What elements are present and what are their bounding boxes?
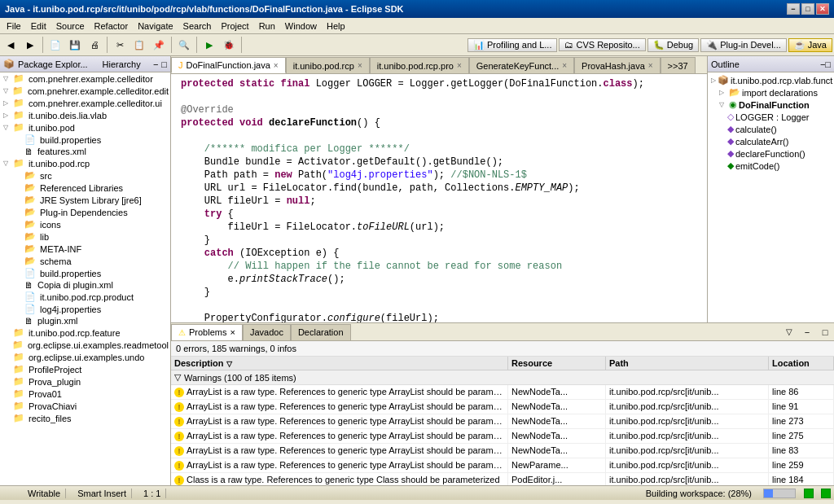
debug-run-button[interactable]: 🐞	[220, 36, 238, 54]
run-button[interactable]: ▶	[200, 36, 218, 54]
save-button[interactable]: 💾	[66, 36, 84, 54]
outline-item[interactable]: ◆ calculateArr()	[709, 135, 832, 147]
debug-button[interactable]: 🐛 Debug	[647, 38, 699, 52]
tab-declaration[interactable]: Declaration	[291, 324, 351, 340]
close-tab-icon[interactable]: ×	[358, 61, 362, 70]
code-editor[interactable]: protected static final Logger LOGGER = L…	[171, 74, 707, 322]
menu-run[interactable]: Run	[254, 20, 280, 33]
expand-arrow[interactable]: ▷	[3, 99, 11, 107]
tree-item[interactable]: ▽📁com.pnehrer.example.celleditor	[0, 72, 170, 85]
copy-button[interactable]: 📋	[130, 36, 148, 54]
expand-arrow[interactable]: ▷	[719, 89, 727, 96]
tab-problems[interactable]: ⚠ Problems ×	[171, 324, 243, 340]
tab-dofinalfunction[interactable]: J DoFinalFunction.java ×	[171, 57, 286, 73]
problem-row[interactable]: !ArrayList is a raw type. References to …	[171, 429, 834, 444]
expand-arrow[interactable]: ▽	[719, 101, 727, 108]
menu-refactor[interactable]: Refactor	[90, 20, 134, 33]
tab-itunibo-pro[interactable]: it.unibo.pod.rcp.pro ×	[370, 57, 469, 73]
outline-item[interactable]: ◆ declareFunction()	[709, 147, 832, 160]
tab-provahash[interactable]: ProvaHash.java ×	[574, 57, 661, 73]
back-button[interactable]: ◀	[2, 36, 20, 54]
col-description[interactable]: Description ▽	[171, 357, 508, 370]
col-path[interactable]: Path	[606, 357, 769, 370]
tree-item[interactable]: 📁it.unibo.pod.rcp.feature	[0, 327, 170, 339]
expand-arrow[interactable]: ▽	[3, 124, 11, 131]
tab-generatekey[interactable]: GenerateKeyFunct... ×	[469, 57, 574, 73]
paste-button[interactable]: 📌	[150, 36, 168, 54]
col-resource[interactable]: Resource	[508, 357, 606, 370]
tab-overflow[interactable]: >>37	[661, 57, 696, 73]
problem-row[interactable]: !ArrayList is a raw type. References to …	[171, 385, 834, 400]
close-tab-icon[interactable]: ×	[274, 61, 279, 70]
tree-item[interactable]: 📂Referenced Libraries	[0, 182, 170, 194]
outline-item[interactable]: ▷ 📦 it.unibo.pod.rcp.vlab.funct	[709, 74, 832, 86]
expand-arrow[interactable]: ▷	[3, 112, 11, 119]
tree-item[interactable]: 📂JRE System Library [jre6]	[0, 194, 170, 206]
menu-source[interactable]: Source	[51, 20, 90, 33]
search-button[interactable]: 🔍	[175, 36, 193, 54]
problem-row[interactable]: !ArrayList is a raw type. References to …	[171, 458, 834, 473]
tree-item[interactable]: 🗎Copia di plugin.xml	[0, 279, 170, 291]
tree-item[interactable]: ▽📁com.pnehrer.example.celleditor.edit	[0, 85, 170, 97]
tree-item[interactable]: 📁recito_files	[0, 412, 170, 424]
package-explorer-content[interactable]: ▽📁com.pnehrer.example.celleditor▽📁com.pn…	[0, 72, 170, 485]
new-button[interactable]: 📄	[46, 36, 64, 54]
tree-item[interactable]: ▽📁it.unibo.pod	[0, 121, 170, 134]
tree-item[interactable]: 📄build.properties	[0, 267, 170, 279]
tree-item[interactable]: ▷📁com.pnehrer.example.celleditor.ui	[0, 97, 170, 109]
problems-content[interactable]: 0 errors, 185 warnings, 0 infos Descript…	[171, 341, 834, 485]
tree-item[interactable]: 📂icons	[0, 218, 170, 230]
problem-row[interactable]: !ArrayList is a raw type. References to …	[171, 400, 834, 414]
outline-item[interactable]: ◆ emitCode()	[709, 160, 832, 172]
close-tab-icon[interactable]: ×	[648, 61, 653, 70]
expand-warnings-icon[interactable]: ▽	[174, 372, 181, 383]
close-button[interactable]: ✕	[816, 3, 829, 15]
hierarchy-tab[interactable]: Hierarchy	[103, 59, 141, 69]
tree-item[interactable]: 🗎features.xml	[0, 146, 170, 157]
close-tab-icon[interactable]: ×	[230, 327, 235, 337]
close-tab-icon[interactable]: ×	[562, 61, 567, 70]
tree-item[interactable]: 📂Plug-in Dependencies	[0, 206, 170, 218]
left-panel-maximize[interactable]: □	[161, 59, 167, 69]
tree-item[interactable]: 📂lib	[0, 230, 170, 243]
problems-menu-button[interactable]: ▽	[780, 323, 798, 341]
tree-item[interactable]: 📄build.properties	[0, 134, 170, 146]
problems-maximize[interactable]: □	[816, 323, 834, 341]
outline-maximize[interactable]: □	[825, 59, 831, 69]
tree-item[interactable]: ▷📁it.unibo.deis.lia.vlab	[0, 109, 170, 121]
outline-item[interactable]: ▷ 📂 import declarations	[709, 86, 832, 99]
package-explorer-tab[interactable]: 📦	[3, 59, 15, 69]
col-location[interactable]: Location	[769, 357, 834, 370]
menu-navigate[interactable]: Navigate	[133, 20, 178, 33]
tree-item[interactable]: 📂src	[0, 169, 170, 182]
minimize-button[interactable]: −	[787, 3, 800, 15]
problems-minimize[interactable]: −	[798, 323, 816, 341]
menu-window[interactable]: Window	[280, 20, 322, 33]
profiling-button[interactable]: 📊 Profiling and L...	[467, 38, 558, 52]
expand-arrow[interactable]: ▽	[3, 87, 11, 94]
tree-item[interactable]: 📁Prova_plugin	[0, 375, 170, 388]
forward-button[interactable]: ▶	[21, 36, 39, 54]
tree-item[interactable]: 🗎plugin.xml	[0, 315, 170, 327]
expand-arrow[interactable]: ▽	[3, 75, 11, 82]
left-panel-minimize[interactable]: −	[153, 59, 158, 69]
close-tab-icon[interactable]: ×	[457, 61, 462, 70]
cvs-button[interactable]: 🗂 CVS Reposito...	[559, 38, 645, 51]
tree-item[interactable]: 📄it.unibo.pod.rcp.product	[0, 291, 170, 303]
tree-item[interactable]: 📂META-INF	[0, 243, 170, 255]
menu-search[interactable]: Search	[178, 20, 217, 33]
warnings-group-header[interactable]: ▽ Warnings (100 of 185 items)	[171, 370, 834, 385]
outline-item[interactable]: ◇ LOGGER : Logger	[709, 111, 832, 123]
problem-row[interactable]: !ArrayList is a raw type. References to …	[171, 444, 834, 458]
outline-item[interactable]: ◆ calculate()	[709, 123, 832, 135]
cut-button[interactable]: ✂	[111, 36, 129, 54]
problem-row[interactable]: !Class is a raw type. References to gene…	[171, 473, 834, 485]
print-button[interactable]: 🖨	[86, 36, 103, 54]
outline-content[interactable]: ▷ 📦 it.unibo.pod.rcp.vlab.funct ▷ 📂 impo…	[708, 72, 834, 322]
menu-help[interactable]: Help	[322, 20, 350, 33]
tree-item[interactable]: 📄log4j.properties	[0, 303, 170, 315]
problem-row[interactable]: !ArrayList is a raw type. References to …	[171, 414, 834, 429]
tree-item[interactable]: 📂schema	[0, 255, 170, 267]
java-perspective-button[interactable]: ☕ Java	[788, 38, 832, 52]
tree-item[interactable]: 📁org.eclipse.ui.examples.undo	[0, 351, 170, 363]
